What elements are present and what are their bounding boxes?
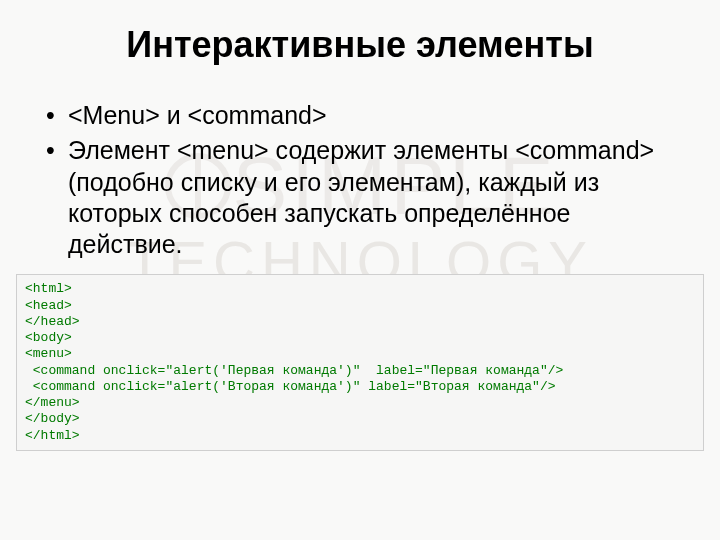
list-item: <Menu> и <command> [46, 100, 680, 131]
list-item: Элемент <menu> содержит элементы <comman… [46, 135, 680, 260]
page-title: Интерактивные элементы [40, 24, 680, 66]
bullet-list: <Menu> и <command> Элемент <menu> содерж… [40, 100, 680, 260]
code-block: <html> <head> </head> <body> <menu> <com… [16, 274, 704, 451]
